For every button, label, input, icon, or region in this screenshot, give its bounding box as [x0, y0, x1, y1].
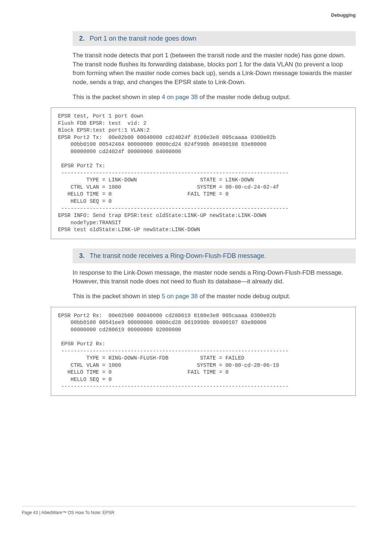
step-3-code-block: EPSR Port2 Rx: 00e02b00 00040000 cd28061… — [51, 307, 356, 396]
step-2-code-block: EPSR test, Port 1 port down Flush FDB EP… — [51, 107, 356, 239]
footer-text: Page 43 | AlliedWare™ OS How To Note: EP… — [22, 510, 114, 515]
step-2-title: Port 1 on the transit node goes down — [90, 35, 196, 42]
step-2-heading: 2.Port 1 on the transit node goes down — [73, 31, 356, 46]
page-footer: Page 43 | AlliedWare™ OS How To Note: EP… — [22, 506, 356, 515]
step-3-heading: 3.The transit node receives a Ring-Down-… — [73, 249, 356, 263]
step-2-para2-text-a: This is the packet shown in step — [73, 94, 162, 100]
step-2-number: 2. — [79, 35, 85, 42]
step-3-paragraph-2: This is the packet shown in step 5 on pa… — [73, 292, 356, 301]
step-2-paragraph-2: This is the packet shown in step 4 on pa… — [73, 93, 356, 102]
step-3-paragraph-1: In response to the Link-Down message, th… — [73, 268, 356, 286]
step-2-para2-text-b: of the master node debug output. — [198, 94, 290, 100]
step-3-number: 3. — [79, 252, 85, 259]
step-3-title: The transit node receives a Ring-Down-Fl… — [90, 252, 266, 259]
step-2-link[interactable]: 4 on page 38 — [162, 94, 198, 100]
step-2-paragraph-1: The transit node detects that port 1 (be… — [73, 51, 356, 87]
step-3-link[interactable]: 5 on page 38 — [162, 293, 198, 300]
step-3-para2-text-b: of the master node debug output. — [198, 293, 290, 300]
header-section: Debugging — [331, 12, 356, 18]
step-3-para2-text-a: This is the packet shown in step — [73, 293, 162, 300]
page-container: Debugging 2.Port 1 on the transit node g… — [0, 0, 392, 526]
